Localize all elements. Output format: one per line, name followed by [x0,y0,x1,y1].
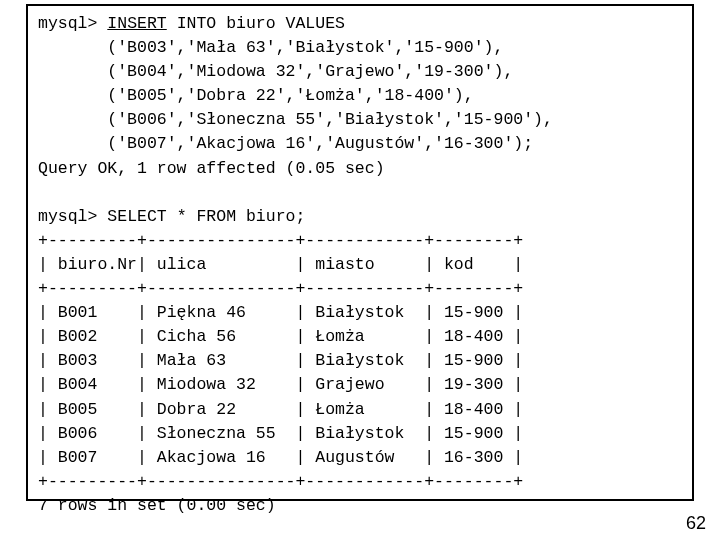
table-row: | B002 | Cicha 56 | Łomża | 18-400 | [38,327,523,346]
insert-row-1: ('B003','Mała 63','Białystok','15-900'), [38,38,503,57]
table-border-bottom: +---------+---------------+------------+… [38,472,523,491]
mysql-terminal-box: mysql> INSERT INTO biuro VALUES ('B003',… [26,4,694,501]
select-line: SELECT * FROM biuro; [107,207,305,226]
insert-row-5: ('B007','Akacjowa 16','Augustów','16-300… [38,134,533,153]
prompt-2: mysql> [38,207,97,226]
insert-row-2: ('B004','Miodowa 32','Grajewo','19-300')… [38,62,513,81]
insert-result: Query OK, 1 row affected (0.05 sec) [38,159,385,178]
slide-number: 62 [686,513,706,534]
table-border-top: +---------+---------------+------------+… [38,231,523,250]
select-footer: 7 rows in set (0.00 sec) [38,496,276,515]
table-border-mid: +---------+---------------+------------+… [38,279,523,298]
insert-row-4: ('B006','Słoneczna 55','Białystok','15-9… [38,110,553,129]
slide-page: mysql> INSERT INTO biuro VALUES ('B003',… [0,0,720,540]
insert-keyword: INSERT [107,14,166,33]
table-row: | B005 | Dobra 22 | Łomża | 18-400 | [38,400,523,419]
table-row: | B006 | Słoneczna 55 | Białystok | 15-9… [38,424,523,443]
table-row: | B001 | Piękna 46 | Białystok | 15-900 … [38,303,523,322]
prompt-1: mysql> [38,14,97,33]
table-row: | B004 | Miodowa 32 | Grajewo | 19-300 | [38,375,523,394]
insert-rest: INTO biuro VALUES [167,14,345,33]
insert-row-3: ('B005','Dobra 22','Łomża','18-400'), [38,86,474,105]
table-header: | biuro.Nr| ulica | miasto | kod | [38,255,523,274]
table-row: | B003 | Mała 63 | Białystok | 15-900 | [38,351,523,370]
table-row: | B007 | Akacjowa 16 | Augustów | 16-300… [38,448,523,467]
terminal-content: mysql> INSERT INTO biuro VALUES ('B003',… [38,12,682,518]
